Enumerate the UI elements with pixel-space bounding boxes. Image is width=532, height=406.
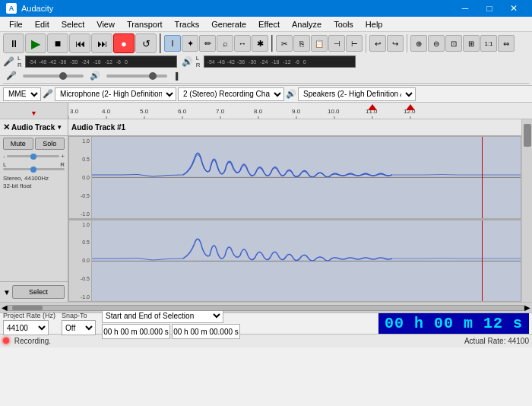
zoom-in-button[interactable]: ⊕ bbox=[410, 35, 427, 52]
hscroll-thumb[interactable] bbox=[12, 306, 43, 310]
skip-fwd-button[interactable]: ⏭ bbox=[91, 33, 112, 53]
pan-slider[interactable] bbox=[3, 168, 65, 170]
meter-db-18: -18 bbox=[93, 59, 101, 65]
speaker-small-icon: 🔊 bbox=[286, 89, 296, 99]
snap-select[interactable]: Off bbox=[62, 320, 96, 335]
selection-end-input[interactable] bbox=[172, 324, 240, 339]
gain-plus-label: + bbox=[61, 153, 65, 160]
hscroll-left-arrow[interactable]: ◀ bbox=[2, 303, 8, 312]
input-channels-select[interactable]: 2 (Stereo) Recording Chann bbox=[178, 87, 284, 101]
close-button[interactable]: ✕ bbox=[502, 0, 526, 17]
output-device-select[interactable]: Speakers (2- High Definition Au bbox=[298, 87, 416, 101]
output-volume-slider[interactable] bbox=[106, 75, 167, 78]
track-collapse-arrow[interactable]: ▼ bbox=[3, 288, 11, 297]
minimize-button[interactable]: ─ bbox=[453, 0, 477, 17]
svg-text:9.0: 9.0 bbox=[292, 108, 301, 115]
menu-item-help[interactable]: Help bbox=[359, 18, 389, 30]
menu-item-view[interactable]: View bbox=[90, 18, 121, 30]
gain-slider[interactable] bbox=[7, 155, 60, 157]
menu-item-generate[interactable]: Generate bbox=[205, 18, 252, 30]
menu-item-analyze[interactable]: Analyze bbox=[286, 18, 328, 30]
vscroll-thumb[interactable] bbox=[524, 124, 531, 147]
mic-small-icon: 🎤 bbox=[43, 89, 53, 99]
copy-button[interactable]: ⎘ bbox=[293, 35, 310, 52]
pan-l-label: L bbox=[3, 161, 6, 168]
track-close-button[interactable]: ✕ bbox=[3, 122, 10, 132]
hscroll-track[interactable] bbox=[8, 305, 524, 311]
select-tool-button[interactable]: I bbox=[164, 35, 181, 52]
meter-db-42: -42 bbox=[49, 59, 56, 65]
multi-tool-button[interactable]: ✱ bbox=[252, 35, 268, 52]
edit-toolbar: ✂ ⎘ 📋 ⊣ ⊢ ↩ ↪ ⊕ ⊖ ⊡ ⊞ 1:1 ⇔ bbox=[276, 34, 515, 52]
app-icon: A bbox=[6, 3, 17, 14]
snap-label: Snap-To bbox=[62, 312, 96, 319]
timeline-ruler: 3.0 4.0 5.0 6.0 7.0 8.0 9.0 10.0 11.0 12… bbox=[68, 103, 532, 119]
track-info-line1: Stereo, 44100Hz bbox=[3, 175, 65, 182]
zoom-tool-button[interactable]: ⌕ bbox=[217, 35, 233, 52]
loop-button[interactable]: ↺ bbox=[135, 33, 157, 53]
input-device-select[interactable]: Microphone (2- High Definition bbox=[55, 87, 176, 101]
track-dropdown-button[interactable]: ▼ bbox=[56, 124, 62, 131]
status-text: Recording. bbox=[14, 337, 51, 345]
fit-selection-button[interactable]: ⊞ bbox=[463, 35, 480, 52]
waveform-title: Audio Track #1 bbox=[68, 119, 521, 136]
zoom-normal-button[interactable]: 1:1 bbox=[480, 35, 497, 52]
ruler-left-spacer: ▼ bbox=[0, 103, 68, 119]
playhead-ch1 bbox=[482, 137, 483, 218]
zoom-out-button[interactable]: ⊖ bbox=[428, 35, 445, 52]
menu-item-file[interactable]: File bbox=[3, 18, 29, 30]
timeshift-tool-button[interactable]: ↔ bbox=[234, 35, 251, 52]
track-area: ✕ Audio Track ▼ Mute Solo - + L R bbox=[0, 119, 532, 302]
envelope-tool-button[interactable]: ✦ bbox=[182, 35, 198, 52]
pause-button[interactable]: ⏸ bbox=[3, 33, 24, 53]
play-button[interactable]: ▶ bbox=[25, 33, 46, 53]
hscroll-right-arrow[interactable]: ▶ bbox=[524, 303, 530, 312]
track-select-button[interactable]: Select bbox=[12, 285, 65, 299]
channel-1-inner: 1.0 0.5 0.0 -0.5 -1.0 bbox=[68, 136, 521, 219]
silence-button[interactable]: ⊢ bbox=[346, 35, 363, 52]
zoom-toggle-button[interactable]: ⇔ bbox=[498, 35, 515, 52]
menu-item-select[interactable]: Select bbox=[55, 18, 91, 30]
mute-button[interactable]: Mute bbox=[3, 138, 33, 150]
waveform-area: Audio Track #1 1.0 0.5 0.0 -0.5 -1.0 bbox=[68, 119, 521, 302]
vertical-scrollbar[interactable] bbox=[521, 119, 532, 302]
toolbars: ⏸ ▶ ■ ⏮ ⏭ ● ↺ I ✦ ✏ ⌕ ↔ ✱ ✂ ⎘ 📋 ⊣ ⊢ ↩ ↪ bbox=[0, 32, 532, 86]
out-meter-db-30: -30 bbox=[249, 59, 256, 65]
mic-icon[interactable]: 🎤 bbox=[3, 56, 14, 67]
out-meter-db-36: -36 bbox=[237, 59, 245, 65]
draw-tool-button[interactable]: ✏ bbox=[199, 35, 216, 52]
maximize-button[interactable]: □ bbox=[477, 0, 502, 17]
tools-toolbar: I ✦ ✏ ⌕ ↔ ✱ bbox=[164, 35, 273, 52]
menu-item-tools[interactable]: Tools bbox=[328, 18, 359, 30]
input-vol-icon[interactable]: 🎤 bbox=[6, 71, 17, 81]
cut-button[interactable]: ✂ bbox=[276, 35, 293, 52]
host-select[interactable]: MME bbox=[3, 87, 41, 101]
out-meter-db-54: -54 bbox=[207, 59, 215, 65]
undo-button[interactable]: ↩ bbox=[369, 35, 386, 52]
project-rate-select[interactable]: 44100 bbox=[3, 320, 49, 335]
status-bar: Recording. Actual Rate: 44100 bbox=[0, 334, 532, 347]
output-vol-icon[interactable]: 🔊 bbox=[90, 71, 100, 81]
paste-button[interactable]: 📋 bbox=[311, 35, 328, 52]
svg-text:8.0: 8.0 bbox=[254, 108, 263, 115]
solo-button[interactable]: Solo bbox=[35, 138, 65, 150]
fit-project-button[interactable]: ⊡ bbox=[445, 35, 462, 52]
menu-item-edit[interactable]: Edit bbox=[29, 18, 55, 30]
ruler-svg: 3.0 4.0 5.0 6.0 7.0 8.0 9.0 10.0 11.0 12… bbox=[68, 103, 532, 119]
redo-button[interactable]: ↪ bbox=[387, 35, 404, 52]
trim-button[interactable]: ⊣ bbox=[328, 35, 345, 52]
selection-start-input[interactable] bbox=[102, 324, 170, 339]
out-meter-db-12: -12 bbox=[283, 59, 290, 65]
speaker-icon[interactable]: 🔊 bbox=[182, 56, 193, 67]
skip-back-button[interactable]: ⏮ bbox=[69, 33, 90, 53]
menu-item-effect[interactable]: Effect bbox=[252, 18, 286, 30]
out-meter-db-24: -24 bbox=[260, 59, 268, 65]
input-volume-slider[interactable] bbox=[23, 75, 84, 78]
menu-item-transport[interactable]: Transport bbox=[121, 18, 169, 30]
meter-toolbar: 🎤 LR -54 -48 -42 -36 -30 -24 -18 -12 -6 … bbox=[3, 55, 529, 68]
stop-button[interactable]: ■ bbox=[47, 33, 68, 53]
titlebar-controls[interactable]: ─ □ ✕ bbox=[453, 0, 526, 17]
horizontal-scrollbar[interactable]: ◀ ▶ bbox=[0, 302, 532, 312]
menu-item-tracks[interactable]: Tracks bbox=[169, 18, 206, 30]
record-button[interactable]: ● bbox=[113, 33, 135, 53]
